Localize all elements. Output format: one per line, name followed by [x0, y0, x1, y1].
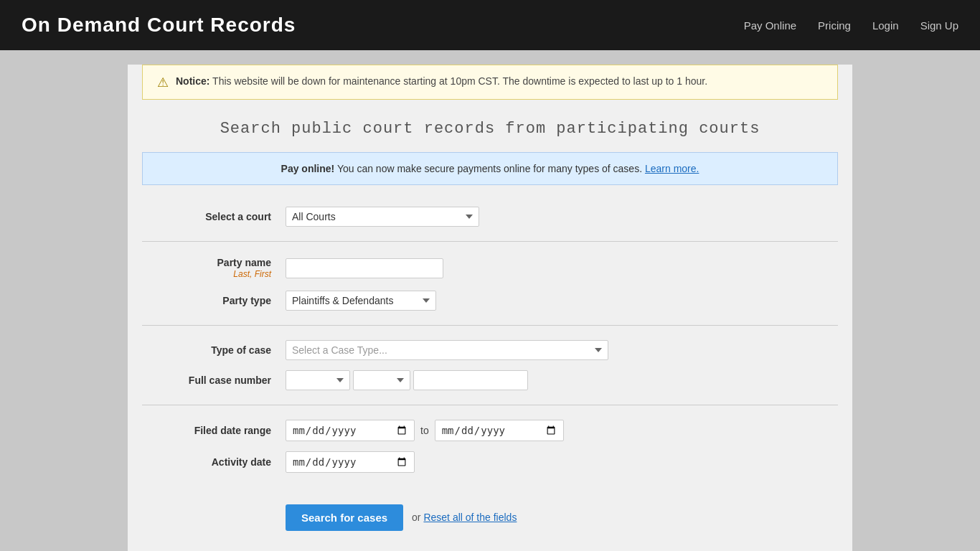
notice-text: Notice: This website will be down for ma…	[176, 74, 707, 89]
filed-date-start[interactable]	[286, 420, 415, 441]
nav-signup[interactable]: Sign Up	[920, 19, 958, 32]
court-select[interactable]: All Courts	[286, 207, 479, 227]
filed-date-end[interactable]	[435, 420, 564, 441]
case-number-input[interactable]	[413, 370, 528, 390]
activity-date-input[interactable]	[286, 451, 415, 473]
notice-bar: ⚠ Notice: This website will be down for …	[142, 65, 838, 100]
learn-more-link[interactable]: Learn more.	[645, 163, 699, 174]
case-prefix-select[interactable]	[353, 370, 410, 390]
party-type-select[interactable]: Plaintiffs & Defendants Plaintiffs Defen…	[286, 291, 436, 311]
main-nav: Pay Online Pricing Login Sign Up	[744, 19, 958, 32]
case-type-label: Type of case	[142, 344, 286, 357]
activity-date-row: Activity date	[142, 451, 838, 473]
party-name-row: Party name Last, First	[142, 256, 838, 281]
notice-body: This website will be down for maintenanc…	[212, 75, 707, 87]
divider-1	[142, 241, 838, 242]
party-name-sublabel: Last, First	[142, 269, 271, 281]
divider-3	[142, 405, 838, 405]
nav-pay-online[interactable]: Pay Online	[744, 19, 796, 32]
warning-icon: ⚠	[157, 75, 169, 90]
nav-login[interactable]: Login	[872, 19, 899, 32]
pay-banner: Pay online! You can now make secure paym…	[142, 152, 838, 185]
site-logo: On Demand Court Records	[22, 14, 296, 37]
case-number-label: Full case number	[142, 374, 286, 387]
case-number-row: Full case number	[142, 370, 838, 390]
party-type-label: Party type	[142, 294, 286, 307]
filed-date-group: to	[286, 420, 564, 441]
reset-text: or Reset all of the fields	[412, 512, 517, 523]
filed-date-label: Filed date range	[142, 424, 286, 437]
main-content: ⚠ Notice: This website will be down for …	[128, 65, 852, 551]
divider-2	[142, 325, 838, 326]
case-year-select[interactable]	[286, 370, 350, 390]
reset-link[interactable]: Reset all of the fields	[423, 512, 517, 523]
pay-banner-bold: Pay online!	[281, 163, 335, 174]
date-to-label: to	[420, 425, 429, 436]
notice-bold: Notice:	[176, 75, 209, 87]
search-form: Select a court All Courts Party name Las…	[128, 207, 852, 531]
pay-banner-text: You can now make secure payments online …	[337, 163, 642, 174]
court-label: Select a court	[142, 210, 286, 223]
party-type-row: Party type Plaintiffs & Defendants Plain…	[142, 291, 838, 311]
party-name-input[interactable]	[286, 258, 443, 278]
page-title: Search public court records from partici…	[128, 100, 852, 152]
nav-pricing[interactable]: Pricing	[818, 19, 851, 32]
case-type-select[interactable]: Select a Case Type...	[286, 340, 608, 360]
filed-date-row: Filed date range to	[142, 420, 838, 441]
court-row: Select a court All Courts	[142, 207, 838, 227]
party-name-label: Party name Last, First	[142, 256, 286, 281]
search-button[interactable]: Search for cases	[286, 504, 403, 531]
header: On Demand Court Records Pay Online Prici…	[0, 0, 980, 50]
activity-date-label: Activity date	[142, 456, 286, 468]
search-row: Search for cases or Reset all of the fie…	[142, 483, 838, 531]
case-type-row: Type of case Select a Case Type...	[142, 340, 838, 360]
case-number-group	[286, 370, 528, 390]
